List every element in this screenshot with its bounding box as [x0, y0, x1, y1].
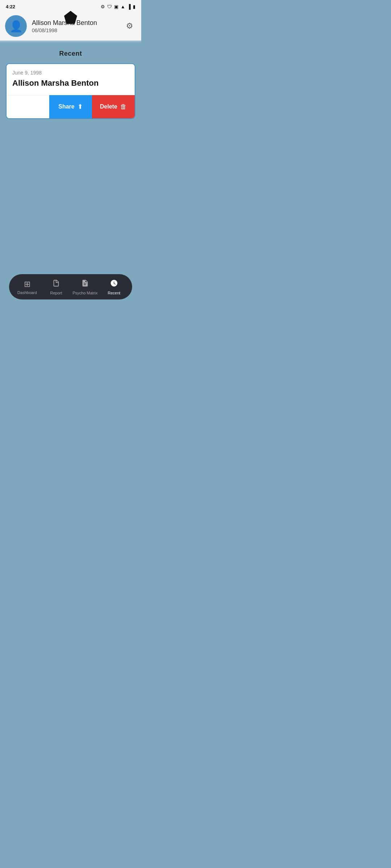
main-content: Recent June 9, 1998 Allison Marsha Bento…: [0, 43, 141, 119]
nav-item-dashboard[interactable]: ⊞ Dashboard: [13, 280, 42, 295]
nav-item-report[interactable]: Report: [42, 279, 71, 295]
bottom-nav: ⊞ Dashboard Report Psycho Matrix Recent: [9, 274, 132, 299]
recent-nav-label: Recent: [108, 291, 121, 295]
delete-label: Delete: [100, 103, 117, 110]
delete-icon: 🗑: [120, 103, 127, 111]
wifi-status-icon: ▲: [121, 4, 125, 9]
user-dob: 06/08/1998: [32, 27, 118, 33]
share-icon: ⬆: [77, 103, 83, 111]
signal-status-icon: ▐: [127, 4, 131, 9]
card-date: June 9, 1998: [12, 70, 129, 76]
share-button[interactable]: Share ⬆: [49, 95, 92, 118]
psycho-matrix-nav-icon: [81, 279, 89, 289]
user-avatar: 👤: [5, 15, 27, 37]
dashboard-nav-icon: ⊞: [24, 280, 30, 289]
nav-item-recent[interactable]: Recent: [100, 279, 129, 295]
card-person-name: Allison Marsha Benton: [12, 78, 129, 88]
card-actions: Share ⬆ Delete 🗑: [7, 95, 135, 118]
shield-status-icon: 🛡: [107, 4, 112, 9]
settings-status-icon: ⚙: [101, 4, 105, 9]
status-icons: ⚙ 🛡 ▣ ▲ ▐ ▮: [101, 4, 135, 9]
report-nav-icon: [52, 279, 60, 289]
share-label: Share: [58, 103, 74, 110]
battery-status-icon: ▮: [133, 4, 135, 9]
recent-nav-icon: [110, 279, 118, 289]
settings-icon: ⚙: [126, 21, 133, 31]
recent-card: June 9, 1998 Allison Marsha Benton Share…: [6, 63, 135, 119]
card-body: June 9, 1998 Allison Marsha Benton: [7, 64, 135, 95]
avatar-icon: 👤: [9, 20, 23, 33]
status-time: 4:22: [6, 4, 15, 9]
status-bar: 4:22 ⚙ 🛡 ▣ ▲ ▐ ▮: [0, 0, 141, 12]
delete-button[interactable]: Delete 🗑: [92, 95, 135, 118]
dashboard-nav-label: Dashboard: [17, 290, 37, 295]
settings-button[interactable]: ⚙: [123, 20, 136, 33]
action-blank-area: [7, 95, 49, 118]
psycho-matrix-nav-label: Psycho Matrix: [72, 291, 97, 295]
report-nav-label: Report: [50, 291, 62, 295]
section-title: Recent: [6, 50, 135, 58]
nav-item-psycho-matrix[interactable]: Psycho Matrix: [71, 279, 100, 295]
sim-status-icon: ▣: [114, 4, 118, 9]
